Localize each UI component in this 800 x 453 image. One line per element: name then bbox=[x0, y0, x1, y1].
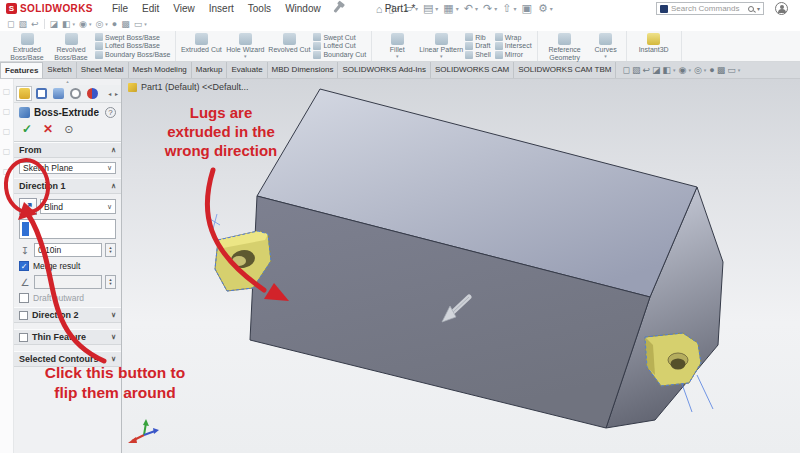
caret-down-icon[interactable]: ▾ bbox=[704, 67, 707, 73]
fillet-button[interactable]: Fillet ▾ bbox=[375, 32, 419, 60]
draft-outward-checkbox[interactable] bbox=[19, 293, 29, 303]
tab-configurationmanager[interactable] bbox=[84, 86, 100, 101]
caret-down-icon[interactable]: ▾ bbox=[435, 5, 438, 12]
caret-down-icon[interactable]: ▾ bbox=[688, 67, 691, 73]
appearance-icon[interactable]: ● bbox=[110, 19, 119, 29]
caret-down-icon[interactable]: ▾ bbox=[440, 54, 443, 59]
start-condition-select[interactable]: Sketch Plane ∨ bbox=[19, 162, 116, 174]
panel-tab-nav-icons[interactable]: ◂ ▸ bbox=[108, 90, 119, 97]
save-icon[interactable]: ▤ bbox=[420, 2, 436, 15]
menu-edit[interactable]: Edit bbox=[135, 3, 166, 14]
caret-down-icon[interactable]: ▾ bbox=[415, 5, 418, 12]
part-body[interactable] bbox=[250, 89, 723, 428]
tree-item-icon[interactable]: ▢ bbox=[3, 147, 11, 156]
caret-down-icon[interactable]: ▾ bbox=[494, 5, 497, 12]
tab-solidworks-cam-tbm[interactable]: SOLIDWORKS CAM TBM bbox=[514, 62, 616, 78]
curves-button[interactable]: Curves ▾ bbox=[589, 32, 623, 60]
caret-down-icon[interactable]: ▾ bbox=[73, 21, 76, 27]
menu-insert[interactable]: Insert bbox=[202, 3, 241, 14]
previous-view-icon[interactable]: ↩ bbox=[642, 65, 650, 75]
draft-angle-spinner[interactable]: ▲ ▼ bbox=[105, 275, 116, 289]
section-from-header[interactable]: From ∧ bbox=[14, 142, 121, 158]
options-icon[interactable]: ⚙ bbox=[535, 2, 551, 15]
menu-view[interactable]: View bbox=[166, 3, 202, 14]
tree-item-icon[interactable]: ▢ bbox=[3, 167, 11, 176]
tab-mbd-dimensions[interactable]: MBD Dimensions bbox=[268, 62, 339, 78]
direction-selection-box[interactable] bbox=[19, 219, 116, 239]
search-icon[interactable] bbox=[748, 6, 754, 12]
extruded-boss-base-button[interactable]: Extruded Boss/Base bbox=[5, 32, 49, 60]
preview-icon[interactable]: ⊙ bbox=[64, 123, 73, 136]
menu-window[interactable]: Window bbox=[278, 3, 328, 14]
zoom-area-icon[interactable]: ▧ bbox=[632, 65, 641, 75]
end-condition-select[interactable]: Blind ∨ bbox=[40, 199, 116, 214]
caret-down-icon[interactable]: ▾ bbox=[244, 54, 247, 59]
thin-feature-checkbox[interactable] bbox=[19, 333, 28, 342]
tab-propertymanager[interactable] bbox=[16, 86, 32, 101]
previous-view-icon[interactable]: ↩ bbox=[29, 19, 41, 29]
draft-button[interactable]: Draft bbox=[465, 42, 491, 51]
tab-mesh-modeling[interactable]: Mesh Modeling bbox=[129, 62, 192, 78]
caret-down-icon[interactable]: ▾ bbox=[396, 54, 399, 59]
spinner-down-icon[interactable]: ▼ bbox=[109, 282, 113, 287]
extruded-cut-button[interactable]: Extruded Cut bbox=[179, 32, 223, 60]
search-input[interactable] bbox=[671, 4, 745, 13]
linear-pattern-button[interactable]: Linear Pattern ▾ bbox=[419, 32, 463, 60]
undo-icon[interactable]: ↶ bbox=[461, 2, 476, 15]
tab-solidworks-cam[interactable]: SOLIDWORKS CAM bbox=[431, 62, 514, 78]
tab-features[interactable]: Features bbox=[0, 62, 43, 78]
scene-icon[interactable]: ▩ bbox=[119, 19, 132, 29]
caret-down-icon[interactable]: ▾ bbox=[396, 5, 399, 12]
caret-down-icon[interactable]: ▾ bbox=[105, 21, 108, 27]
rib-button[interactable]: Rib bbox=[465, 33, 491, 42]
view-orientation-icon[interactable]: ◧ bbox=[60, 19, 73, 29]
tree-item-icon[interactable]: ▢ bbox=[3, 127, 11, 136]
tree-item-icon[interactable]: ▢ bbox=[3, 107, 11, 116]
redo-icon[interactable]: ↷ bbox=[480, 2, 495, 15]
section-view-icon[interactable]: ◪ bbox=[48, 19, 61, 29]
swept-boss-base-button[interactable]: Swept Boss/Base bbox=[95, 33, 170, 42]
tab-sketch[interactable]: Sketch bbox=[43, 62, 76, 78]
view-settings-icon[interactable]: ▭ bbox=[132, 19, 145, 29]
depth-spinner[interactable]: ▲ ▼ bbox=[105, 243, 116, 257]
feature-tree-flyout[interactable]: Part1 (Default) <<Default... bbox=[128, 82, 249, 92]
depth-input[interactable]: 0.10in bbox=[34, 243, 102, 257]
direction2-checkbox[interactable] bbox=[19, 311, 28, 320]
caret-down-icon[interactable]: ▾ bbox=[550, 5, 553, 12]
right-lug-hole[interactable] bbox=[671, 359, 686, 370]
merge-result-checkbox[interactable]: ✓ bbox=[19, 261, 29, 271]
caret-down-icon[interactable]: ▾ bbox=[144, 21, 147, 27]
graphics-viewport[interactable]: Part1 (Default) <<Default... bbox=[122, 79, 800, 453]
scene-icon[interactable]: ▩ bbox=[717, 65, 726, 75]
select-icon[interactable]: ⇧ bbox=[499, 2, 514, 15]
intersect-button[interactable]: Intersect bbox=[495, 42, 532, 51]
wrap-button[interactable]: Wrap bbox=[495, 33, 532, 42]
boundary-cut-button[interactable]: Boundary Cut bbox=[313, 50, 366, 59]
instant3d-button[interactable]: Instant3D bbox=[630, 32, 678, 60]
print-icon[interactable]: ▦ bbox=[440, 2, 456, 15]
caret-down-icon[interactable]: ▾ bbox=[456, 5, 459, 12]
section-direction1-header[interactable]: Direction 1 ∧ bbox=[14, 178, 121, 194]
caret-down-icon[interactable]: ▾ bbox=[513, 5, 516, 12]
section-selected-contours-header[interactable]: Selected Contours ∨ bbox=[14, 351, 121, 367]
tab-dimxpertmanager[interactable] bbox=[67, 86, 83, 101]
search-caret-icon[interactable]: ▾ bbox=[757, 5, 760, 12]
appearance-icon[interactable]: ● bbox=[709, 65, 714, 75]
zoom-area-icon[interactable]: ▧ bbox=[16, 19, 29, 29]
caret-down-icon[interactable]: ▾ bbox=[738, 67, 741, 73]
section-view-icon[interactable]: ◪ bbox=[652, 65, 661, 75]
search-commands-box[interactable]: ▾ bbox=[656, 2, 764, 15]
view-settings-icon[interactable]: ▭ bbox=[727, 65, 736, 75]
revolved-boss-base-button[interactable]: Revolved Boss/Base bbox=[49, 32, 93, 60]
hide-show-icon[interactable]: ◎ bbox=[93, 19, 105, 29]
tab-displaymanager[interactable] bbox=[50, 86, 66, 101]
spinner-down-icon[interactable]: ▼ bbox=[109, 250, 113, 255]
display-style-icon[interactable]: ◉ bbox=[679, 65, 687, 75]
mirror-button[interactable]: Mirror bbox=[495, 50, 532, 59]
draft-angle-input[interactable] bbox=[34, 275, 102, 289]
lofted-boss-base-button[interactable]: Lofted Boss/Base bbox=[95, 42, 170, 51]
tab-solidworks-add-ins[interactable]: SOLIDWORKS Add-Ins bbox=[338, 62, 431, 78]
shell-button[interactable]: Shell bbox=[465, 50, 491, 59]
tree-item-icon[interactable]: ▢ bbox=[3, 87, 11, 96]
section-thin-feature-header[interactable]: Thin Feature ∨ bbox=[14, 329, 121, 345]
